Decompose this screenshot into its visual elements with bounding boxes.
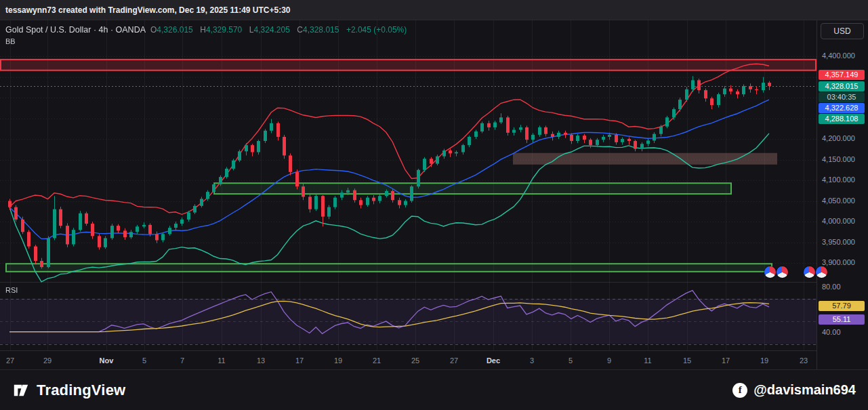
time-tick-label: 11 [218, 356, 225, 365]
time-tick-label: 19 [760, 356, 768, 365]
sticker-icon[interactable] [777, 266, 788, 278]
price-tick-label: 4,100.000 [822, 176, 855, 184]
time-tick-label: 27 [6, 356, 14, 365]
close-label: C [297, 25, 303, 35]
rsi-tick-label: 40.00 [822, 328, 841, 336]
chart-legend: Gold Spot / U.S. Dollar · 4h · OANDA O4,… [5, 25, 407, 45]
sticker-icon[interactable] [764, 266, 776, 278]
time-tick-label: 9 [607, 356, 611, 365]
time-tick-label: 27 [450, 356, 458, 365]
rsi-pane-label[interactable]: RSI [5, 286, 18, 294]
time-tick-label: 21 [373, 356, 381, 365]
last-price-badge: 4,328.015 [819, 81, 865, 91]
time-tick-label: Dec [487, 356, 500, 365]
right-price-scale[interactable]: USD 4,357.149 4,328.015 03:40:35 4,322.6… [817, 20, 868, 369]
footer-bar: TradingView f @davismain694 [0, 369, 868, 410]
bb-basis-price-badge: 4,322.628 [819, 103, 865, 113]
open-label: O [150, 25, 157, 35]
time-tick-label: 5 [569, 356, 573, 365]
time-tick-label: 7 [180, 356, 184, 365]
rsi-tick-label: 80.00 [822, 283, 841, 291]
price-chart-canvas[interactable] [0, 20, 817, 351]
currency-toggle-button[interactable]: USD [821, 23, 864, 39]
chart-stage: Gold Spot / U.S. Dollar · 4h · OANDA O4,… [0, 20, 868, 369]
ohlc-readout: O4,326.015 H4,329.570 L4,324.205 C4,328.… [146, 25, 407, 35]
time-tick-label: 25 [411, 356, 419, 365]
attribution-text: tessawynn73 created with TradingView.com… [5, 5, 291, 15]
brand-text: TradingView [37, 382, 125, 399]
time-tick-label: 13 [257, 356, 265, 365]
bar-countdown-badge: 03:40:35 [819, 92, 865, 102]
change-value: +2.045 (+0.05%) [346, 25, 407, 35]
price-tick-label: 4,050.000 [822, 197, 855, 205]
tradingview-logo-icon [12, 382, 30, 399]
high-value: 4,329.570 [206, 25, 242, 35]
rsi-value-badge: 55.11 [819, 314, 865, 325]
tradingview-brand: TradingView [12, 382, 125, 399]
price-tick-label: 4,000.000 [822, 217, 855, 225]
rsi-ma-badge: 57.79 [819, 301, 865, 311]
price-tick-label: 3,900.000 [822, 258, 855, 266]
sticker-icon[interactable] [816, 266, 827, 278]
bb-upper-price-badge: 4,357.149 [819, 70, 865, 80]
price-tick-label: 4,200.000 [822, 134, 855, 142]
handle-text: @davismain694 [753, 382, 856, 398]
sticker-icon[interactable] [804, 266, 815, 278]
open-value: 4,326.015 [157, 25, 192, 35]
symbol-title[interactable]: Gold Spot / U.S. Dollar · 4h · OANDA [5, 25, 146, 35]
bb-lower-price-badge: 4,288.108 [819, 114, 865, 124]
price-tick-label: 4,150.000 [822, 155, 855, 163]
time-tick-label: 5 [142, 356, 146, 365]
price-tick-label: 3,950.000 [822, 238, 855, 246]
time-tick-label: 17 [722, 356, 730, 365]
indicator-label-bb[interactable]: BB [5, 37, 407, 45]
social-handle: f @davismain694 [732, 382, 856, 398]
attribution-topbar: tessawynn73 created with TradingView.com… [0, 0, 868, 20]
close-value: 4,328.015 [303, 25, 339, 35]
time-tick-label: 11 [644, 356, 651, 365]
time-tick-label: 15 [683, 356, 691, 365]
time-tick-label: Nov [100, 356, 114, 365]
time-axis[interactable]: 2729Nov5711131719212527Dec3591115171923 [0, 351, 817, 369]
time-tick-label: 29 [43, 356, 51, 365]
low-value: 4,324.205 [253, 25, 289, 35]
time-tick-label: 19 [334, 356, 342, 365]
facebook-icon: f [732, 383, 747, 398]
time-tick-label: 17 [295, 356, 304, 365]
high-label: H [200, 25, 206, 35]
price-tick-label: 4,400.000 [822, 52, 855, 60]
time-tick-label: 23 [800, 356, 808, 365]
time-tick-label: 3 [530, 356, 534, 365]
